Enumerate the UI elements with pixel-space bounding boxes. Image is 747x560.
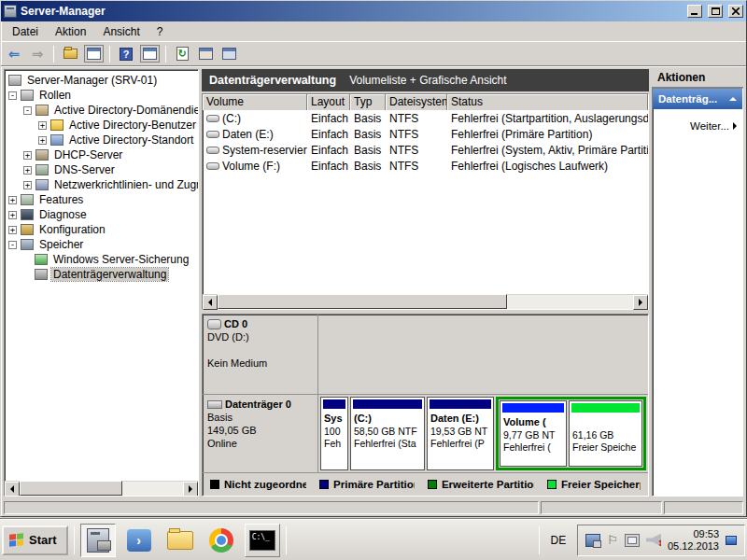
scroll-right-button[interactable] [183,482,198,497]
tree-item-speicher[interactable]: - Speicher [7,237,198,252]
menu-aktion[interactable]: Aktion [48,23,93,40]
partition-system-reserviert[interactable]: Sys 100 Feh [320,397,348,470]
volume-list-horizontal-scrollbar[interactable] [203,294,648,309]
help-icon: ? [120,48,133,61]
disk0-name: Datenträger 0 [225,398,291,411]
properties-button[interactable] [196,45,215,63]
action-pane-button[interactable] [140,45,159,63]
expand-expander[interactable]: + [23,166,32,175]
tree-item-ad-benutzer[interactable]: + Active Directory-Benutzer [7,118,198,133]
forward-button[interactable]: ⇒ [28,45,47,63]
start-button[interactable]: Start [2,525,68,555]
scrollbar-thumb[interactable] [218,294,507,309]
tree-item-konfiguration[interactable]: + Konfiguration [7,222,198,237]
menu-ansicht[interactable]: Ansicht [95,23,147,40]
tree-item-features[interactable]: + Features [7,192,198,207]
collapse-expander[interactable]: - [8,241,17,249]
volume-row-f[interactable]: Volume (F:) Einfach Basis NTFS Fehlerfre… [203,158,648,174]
scroll-right-button[interactable] [633,295,648,310]
storage-icon [21,239,34,250]
volume-row-daten[interactable]: Daten (E:) Einfach Basis NTFS Fehlerfrei… [203,126,648,142]
volume-table-header: Volume Layout Typ Dateisystem Status [203,94,648,110]
tree-item-datentraegerverwaltung[interactable]: Datenträgerverwaltung [7,267,198,282]
actions-item-weiter[interactable]: Weiter... [653,117,742,135]
collapse-expander[interactable]: - [23,106,32,115]
minimize-button[interactable] [687,5,702,18]
expand-expander[interactable]: + [23,151,32,160]
expand-expander[interactable]: + [8,196,17,204]
scroll-right-icon [639,299,646,306]
tree-item-dns-server[interactable]: + DNS-Server [7,162,198,177]
tray-time: 09:53 [668,528,719,540]
toolbar-separator [109,46,110,63]
partition-free-space[interactable]: 61,16 GB Freier Speiche [569,400,642,467]
server-manager-app-icon [4,5,17,18]
back-button[interactable]: ⇐ [5,45,23,63]
menu-datei[interactable]: Datei [5,23,46,40]
chrome-icon [209,528,233,553]
scroll-left-button[interactable] [5,482,20,497]
scroll-left-button[interactable] [203,295,218,310]
close-button[interactable] [728,5,743,18]
close-icon [732,7,740,15]
cd-drive-row[interactable]: CD 0 DVD (D:) Kein Medium [203,315,648,395]
taskbar-chrome-button[interactable] [204,524,239,557]
expand-expander[interactable]: + [38,121,47,130]
expand-expander[interactable]: + [38,136,47,145]
refresh-button[interactable]: ↻ [173,45,191,63]
taskbar-explorer-button[interactable] [162,524,198,557]
folder-up-button[interactable] [61,45,79,63]
tray-clock[interactable]: 09:53 05.12.2013 [668,528,719,553]
flag-icon[interactable]: ⚐ [607,534,618,547]
tree-item-ad-standorte[interactable]: + Active Directory-Standort [7,133,198,147]
column-layout[interactable]: Layout [307,94,350,110]
expand-expander[interactable]: + [23,181,32,189]
tree-item-windows-server-sicherung[interactable]: Windows Server-Sicherung [7,252,198,267]
expand-expander[interactable]: + [8,211,17,219]
expand-expander[interactable]: + [8,226,17,234]
disk0-row: Datenträger 0 Basis 149,05 GB Online Sys… [203,395,648,473]
titlebar[interactable]: Server-Manager [1,1,746,21]
help-button[interactable]: ? [117,45,135,63]
disk0-info[interactable]: Datenträger 0 Basis 149,05 GB Online [203,395,318,472]
collapse-expander[interactable]: - [8,91,17,100]
actions-group-datentraegerverwaltung[interactable]: Datenträg... [653,89,742,109]
features-icon [21,194,34,205]
back-icon: ⇐ [8,47,21,61]
configure-icon [222,48,236,60]
volume-muted-icon[interactable]: ✖ [646,534,661,547]
status-bar [1,499,746,516]
partition-volume-f[interactable]: Volume ( 9,77 GB NT Fehlerfrei ( [500,400,567,467]
tree-item-diagnose[interactable]: + Diagnose [7,207,198,222]
taskbar-server-manager-button[interactable] [80,524,116,557]
hard-disk-icon [207,400,222,409]
column-dateisystem[interactable]: Dateisystem [386,94,447,110]
column-typ[interactable]: Typ [350,94,386,110]
taskbar-powershell-button[interactable]: › [121,524,157,557]
taskbar-cmd-button[interactable]: C:\_ [245,524,280,557]
tree-root-server-manager[interactable]: Server-Manager (SRV-01) [7,73,198,88]
partition-daten-e[interactable]: Daten (E:) 19,53 GB NT Fehlerfrei (P [427,397,494,470]
volume-row-system-reserviert[interactable]: System-reserviert Einfach Basis NTFS Feh… [203,142,648,158]
tree-item-rollen[interactable]: - Rollen [7,88,198,103]
scrollbar-thumb[interactable] [20,481,122,496]
volume-row-c[interactable]: (C:) Einfach Basis NTFS Fehlerfrei (Star… [203,110,648,126]
language-indicator[interactable]: DE [547,534,571,547]
maximize-button[interactable] [708,5,723,18]
tree-horizontal-scrollbar[interactable] [5,481,198,496]
tree-item-ad-domaenendienste[interactable]: - Active Directory-Domänendie [7,103,198,118]
tree-item-dhcp-server[interactable]: + DHCP-Server [7,147,198,162]
network-icon[interactable] [625,534,640,547]
menu-hilfe[interactable]: ? [149,23,171,40]
tree-item-netzwerkrichtlinien[interactable]: + Netzwerkrichtlinien- und Zugr [7,177,198,192]
actions-pane: Aktionen Datenträg... Weiter... [652,69,743,497]
show-desktop-button[interactable] [726,525,737,556]
column-status[interactable]: Status [447,94,648,110]
properties-icon [199,48,213,60]
hardware-icon[interactable] [585,534,600,547]
mute-x-icon: ✖ [658,538,667,550]
partition-c[interactable]: (C:) 58,50 GB NTF Fehlerfrei (Sta [350,397,425,470]
console-tree-button[interactable] [84,45,103,63]
configure-button[interactable] [219,45,238,63]
column-volume[interactable]: Volume [203,94,307,110]
